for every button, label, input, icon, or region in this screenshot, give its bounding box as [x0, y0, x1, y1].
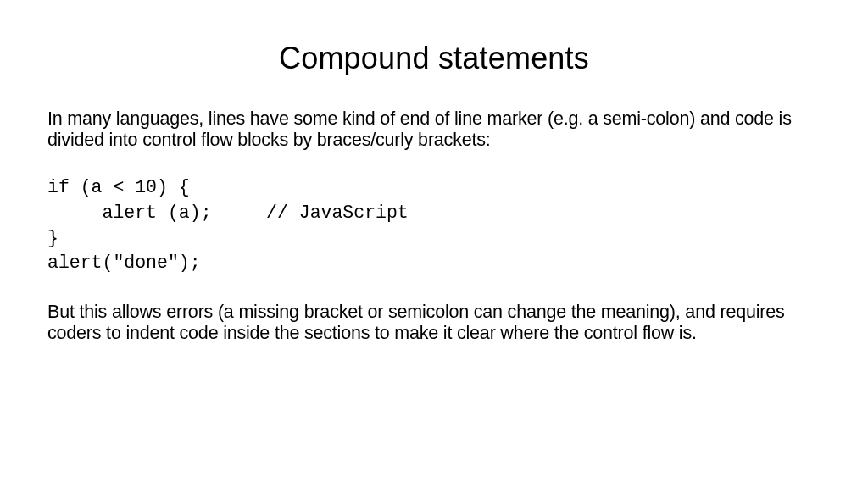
closing-paragraph: But this allows errors (a missing bracke… — [47, 302, 821, 343]
slide-title: Compound statements — [47, 41, 821, 76]
code-example: if (a < 10) { alert (a); // JavaScript }… — [47, 175, 821, 276]
slide-container: Compound statements In many languages, l… — [0, 0, 868, 488]
intro-paragraph: In many languages, lines have some kind … — [47, 108, 821, 150]
